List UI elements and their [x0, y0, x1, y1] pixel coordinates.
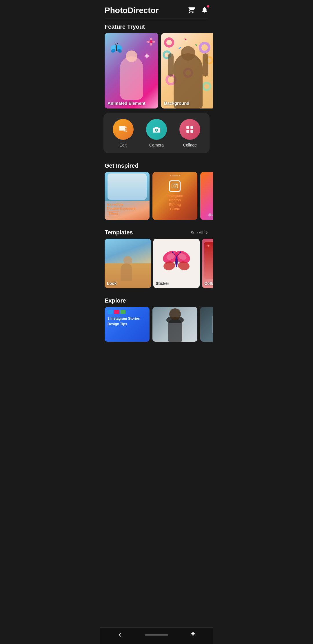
- svg-point-22: [156, 129, 157, 131]
- notification-button[interactable]: [201, 6, 208, 15]
- app-header: PhotoDirector: [100, 0, 213, 19]
- edit-circle: [113, 119, 134, 140]
- get-inspired-title: Get Inspired: [100, 158, 213, 172]
- template-look-label: Look: [107, 281, 117, 286]
- explore-section: Explore 3 Instagram StoriesDesign Tips: [100, 293, 213, 348]
- svg-rect-17: [119, 126, 125, 131]
- svg-point-12: [146, 55, 148, 57]
- instagram-guide-content: Instagram Photos Editing Guide: [164, 180, 186, 211]
- explore-card-1-content: 3 Instagram StoriesDesign Tips: [105, 307, 150, 330]
- inspired-card-double-exposure[interactable]: Incredible Double Exposure Effect: [105, 172, 150, 220]
- svg-rect-25: [186, 130, 189, 133]
- svg-point-9: [150, 43, 152, 46]
- de-line3: Effect: [107, 211, 119, 216]
- template-card-look[interactable]: Look: [105, 239, 151, 288]
- svg-point-16: [148, 55, 150, 57]
- collage-circle: [179, 119, 200, 140]
- svg-point-8: [150, 38, 152, 40]
- svg-rect-24: [190, 126, 193, 129]
- person-silhouette: [105, 56, 158, 100]
- svg-rect-6: [116, 46, 117, 51]
- collage-label: Collage: [183, 143, 197, 147]
- explore-card-2-bg: [152, 307, 197, 342]
- svg-point-20: [125, 131, 127, 132]
- explore-card-3-bg: [200, 307, 213, 342]
- action-section: Edit Camera Collage: [103, 113, 210, 153]
- camera-button[interactable]: Camera: [146, 119, 167, 147]
- feature-animated-label: Animated Element: [108, 101, 145, 106]
- templates-header: Templates See All: [100, 225, 213, 239]
- cart-button[interactable]: [188, 6, 195, 15]
- notification-badge: [207, 5, 209, 8]
- see-all-button[interactable]: See All: [190, 230, 208, 235]
- svg-point-29: [176, 184, 177, 184]
- inspired-scroll: Incredible Double Exposure Effect Instag…: [100, 172, 213, 225]
- feature-background-label: Background: [164, 101, 190, 106]
- explore-label-1: 3 Instagram StoriesDesign Tips: [108, 316, 140, 326]
- get-inspired-section: Get Inspired Incredible Double Exposure …: [100, 158, 213, 225]
- svg-point-13: [146, 54, 148, 55]
- explore-card-2[interactable]: [152, 307, 197, 342]
- de-line1: Incredible: [107, 202, 147, 207]
- svg-point-10: [147, 41, 150, 43]
- cart-icon: [188, 6, 195, 14]
- explore-title: Explore: [100, 293, 213, 307]
- edit-button[interactable]: Edit: [113, 119, 134, 147]
- camera-circle: [146, 119, 167, 140]
- templates-section: Templates See All Look: [100, 225, 213, 293]
- svg-point-15: [145, 55, 146, 57]
- see-all-label: See All: [190, 230, 203, 235]
- app-title: PhotoDirector: [105, 6, 159, 15]
- header-icons: [188, 6, 208, 15]
- camera-icon: [151, 124, 162, 135]
- explore-scroll: 3 Instagram StoriesDesign Tips: [100, 307, 213, 348]
- svg-point-11: [152, 41, 155, 43]
- svg-point-7: [150, 40, 152, 43]
- svg-point-45: [172, 252, 174, 253]
- butterfly-decoration: [110, 43, 123, 55]
- templates-title: Templates: [105, 229, 133, 236]
- collage-icon: [185, 124, 195, 135]
- explore-card-1[interactable]: 3 Instagram StoriesDesign Tips: [105, 307, 150, 342]
- photodirector-handle: @photodirector_app: [200, 212, 213, 217]
- svg-point-42: [175, 256, 178, 267]
- feature-card-animated[interactable]: Animated Element: [105, 33, 158, 108]
- inspired-card-instagram-guide[interactable]: Instagram Photos Editing Guide: [152, 172, 197, 220]
- collage-button[interactable]: Collage: [179, 119, 200, 147]
- feature-tryout-section: Feature Tryout: [100, 19, 213, 113]
- nav-spacer: [100, 348, 213, 371]
- flowers-decoration: [147, 37, 155, 47]
- phone-status: [166, 174, 184, 177]
- svg-rect-23: [186, 126, 189, 129]
- template-card-sticker[interactable]: Sticker: [153, 239, 200, 288]
- svg-marker-18: [125, 126, 127, 128]
- template-card-collage[interactable]: ♥ ♥ ♥ Collage: [202, 239, 213, 288]
- deco-flower2: [144, 53, 150, 60]
- feature-tryout-scroll: Animated Element: [100, 33, 213, 113]
- woman-background: [161, 53, 213, 108]
- de-line2: Double Exposure: [107, 207, 147, 211]
- svg-rect-26: [190, 130, 193, 133]
- svg-point-14: [146, 57, 148, 59]
- template-collage-label: Collage: [204, 281, 213, 286]
- explore-card-3[interactable]: [200, 307, 213, 342]
- template-sticker-label: Sticker: [156, 281, 169, 286]
- camera-label: Camera: [149, 143, 164, 147]
- person-look: [121, 256, 135, 279]
- inspired-card-photodirector[interactable]: @photodirector_app: [200, 172, 213, 220]
- svg-point-28: [174, 184, 176, 187]
- edit-icon: [118, 124, 128, 135]
- double-exposure-text: Incredible Double Exposure Effect: [107, 202, 147, 216]
- feature-tryout-title: Feature Tryout: [100, 19, 213, 33]
- butterfly-sticker: [162, 248, 191, 276]
- feature-card-background[interactable]: Background: [161, 33, 213, 108]
- couple-photo: ♥ ♥ ♥: [204, 242, 213, 279]
- svg-point-46: [180, 252, 181, 253]
- templates-grid: Look: [100, 239, 213, 293]
- action-buttons-row: Edit Camera Collage: [106, 119, 207, 147]
- edit-label: Edit: [120, 143, 127, 147]
- chevron-right-icon: [204, 231, 208, 235]
